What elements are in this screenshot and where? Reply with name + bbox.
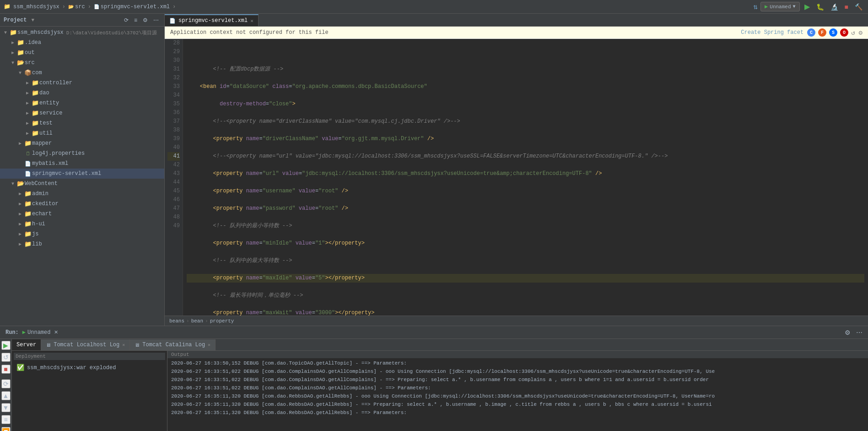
collapse-button[interactable]: ≡ bbox=[132, 16, 139, 24]
deploy-name: ssm_mhscdsjysx:war exploded bbox=[27, 365, 116, 371]
admin-folder-icon: 📁 bbox=[24, 190, 32, 197]
run-down-button[interactable]: ▼ bbox=[1, 403, 11, 412]
chrome-icon[interactable]: C bbox=[807, 28, 815, 37]
idea-label: .idea bbox=[25, 39, 41, 46]
root-folder-icon: 📁 bbox=[9, 29, 17, 36]
code-line-42: <!-- 最长等待时间，单位毫秒 --> bbox=[187, 291, 864, 300]
close-run-tab-button[interactable]: ✕ bbox=[52, 328, 60, 336]
run-button[interactable]: ▶ bbox=[803, 1, 812, 12]
bc-beans: beans bbox=[169, 318, 184, 324]
tree-item-idea[interactable]: 📁 .idea bbox=[0, 38, 164, 48]
create-spring-facet-link[interactable]: Create Spring facet bbox=[741, 29, 803, 36]
echart-arrow bbox=[16, 211, 24, 217]
tree-item-out[interactable]: 📁 out bbox=[0, 48, 164, 58]
sync-button[interactable]: ⟳ bbox=[122, 16, 130, 24]
editor-tabs: 📄 springmvc-servlet.xml ✕ bbox=[165, 14, 868, 27]
firefox-icon[interactable]: F bbox=[818, 28, 826, 37]
gear-button[interactable]: ⚙ bbox=[141, 16, 150, 24]
webcontent-folder-icon: 📂 bbox=[16, 180, 25, 187]
stop-button[interactable]: ■ bbox=[843, 2, 850, 11]
tree-item-h-ui[interactable]: 📁 h-ui bbox=[0, 219, 164, 229]
run-settings-button[interactable]: ⚙ bbox=[843, 328, 852, 337]
test-arrow bbox=[24, 120, 31, 126]
editor-tab-springmvc[interactable]: 📄 springmvc-servlet.xml ✕ bbox=[165, 14, 259, 26]
code-line-33: <property name="driverClassName" value="… bbox=[187, 135, 864, 143]
catalina-log-close-icon[interactable]: ✕ bbox=[208, 342, 210, 348]
src-arrow bbox=[9, 60, 16, 65]
idea-folder-icon: 📁 bbox=[16, 39, 25, 46]
run-update-button[interactable]: ⟳ bbox=[1, 379, 11, 388]
controller-folder-icon: 📁 bbox=[31, 79, 39, 87]
run-filter-button[interactable]: 🔽 bbox=[1, 427, 11, 431]
tree-item-dao[interactable]: 📁 dao bbox=[0, 88, 164, 98]
run-sub-tabs: Server 🖥 Tomcat Localhost Log ✕ 🖥 Tomcat… bbox=[12, 339, 868, 351]
run-sub-tab-catalina-log[interactable]: 🖥 Tomcat Catalina Log ✕ bbox=[130, 339, 216, 350]
src-label: src bbox=[25, 60, 35, 66]
tree-item-controller[interactable]: 📁 controller bbox=[0, 78, 164, 88]
run-restart-button[interactable]: ▶ bbox=[1, 341, 11, 350]
run-more-button[interactable]: ⋯ bbox=[854, 328, 864, 337]
tree-item-springmvc[interactable]: 📄 springmvc-servlet.xml bbox=[0, 169, 164, 179]
service-label: service bbox=[39, 110, 62, 116]
out-label: out bbox=[25, 49, 35, 56]
code-lines[interactable]: <!-- 配置dbcp数据源 --> <bean id="dataSource"… bbox=[183, 39, 868, 316]
idea-arrow bbox=[9, 40, 16, 45]
settings-gear-icon[interactable]: ⚙ bbox=[859, 29, 863, 37]
mapper-arrow bbox=[16, 141, 24, 146]
tree-item-webcontent[interactable]: 📂 WebContent bbox=[0, 179, 164, 189]
tree-item-echart[interactable]: 📁 echart bbox=[0, 209, 164, 219]
opera-icon[interactable]: O bbox=[840, 28, 848, 37]
tree-item-test[interactable]: 📁 test bbox=[0, 118, 164, 128]
tree-item-service[interactable]: 📁 service bbox=[0, 108, 164, 118]
tree-item-mapper[interactable]: 📁 mapper bbox=[0, 138, 164, 148]
warning-bar: Application context not configured for t… bbox=[165, 27, 868, 39]
tree-item-log4j[interactable]: 🗒 log4j.properties bbox=[0, 148, 164, 158]
localhost-log-close-icon[interactable]: ✕ bbox=[122, 342, 125, 348]
breadcrumb-sep1: › bbox=[62, 4, 65, 10]
coverage-button[interactable]: 🔬 bbox=[829, 2, 840, 11]
test-folder-icon: 📁 bbox=[31, 120, 39, 127]
tree-item-ckeditor[interactable]: 📁 ckeditor bbox=[0, 199, 164, 209]
breadcrumb-file: 📄springmvc-servlet.xml bbox=[94, 4, 170, 10]
ckeditor-arrow bbox=[16, 201, 24, 207]
debug-button[interactable]: 🐛 bbox=[814, 2, 826, 11]
safari-icon[interactable]: S bbox=[829, 28, 837, 37]
run-stop-button[interactable]: ■ bbox=[1, 365, 11, 374]
deployment-panel: Deployment ✅ ssm_mhscdsjysx:war exploded bbox=[12, 351, 167, 431]
tree-item-mybatis[interactable]: 📄 mybatis.xml bbox=[0, 158, 164, 169]
config-dropdown[interactable]: ▶ Unnamed ▼ bbox=[760, 2, 799, 11]
build-button[interactable]: 🔨 bbox=[853, 2, 864, 11]
bottom-breadcrumb: beans › bean › property bbox=[165, 316, 868, 326]
root-arrow bbox=[2, 30, 9, 35]
reload-browsers-icon[interactable]: ↺ bbox=[851, 29, 855, 37]
h-ui-arrow bbox=[16, 221, 24, 227]
editor-tab-label: springmvc-servlet.xml bbox=[178, 17, 248, 24]
run-sub-tab-localhost-log[interactable]: 🖥 Tomcat Localhost Log ✕ bbox=[41, 339, 130, 350]
dao-label: dao bbox=[39, 90, 49, 96]
project-panel-header: Project ▼ ⟳ ≡ ⚙ ⋯ bbox=[0, 14, 164, 27]
catalina-log-icon: 🖥 bbox=[135, 342, 140, 348]
entity-folder-icon: 📁 bbox=[31, 99, 39, 107]
tree-item-js[interactable]: 📁 js bbox=[0, 229, 164, 239]
code-editor[interactable]: 28 29 30 31 32 33 34 35 36 37 38 39 40 4… bbox=[165, 39, 868, 316]
springmvc-label: springmvc-servlet.xml bbox=[32, 170, 101, 177]
breadcrumb-project[interactable]: ssm_mhscdsjysx bbox=[13, 4, 59, 10]
tree-item-entity[interactable]: 📁 entity bbox=[0, 98, 164, 108]
run-up-button[interactable]: ▲ bbox=[1, 391, 11, 400]
tree-item-util[interactable]: 📁 util bbox=[0, 128, 164, 138]
tab-close-icon[interactable]: ✕ bbox=[250, 18, 253, 24]
more-button[interactable]: ⋯ bbox=[151, 16, 161, 24]
localhost-log-icon: 🖥 bbox=[46, 342, 51, 348]
localhost-log-label: Tomcat Localhost Log bbox=[54, 342, 119, 348]
run-rerun-button[interactable]: ↺ bbox=[1, 353, 11, 362]
log-line-5: 2020-06-27 16:35:11,320 DEBUG [com.dao.R… bbox=[167, 400, 868, 409]
code-line-32: <!--<property name="driverClassName" val… bbox=[187, 117, 864, 126]
tree-item-admin[interactable]: 📁 admin bbox=[0, 189, 164, 199]
tree-item-src[interactable]: 📂 src bbox=[0, 58, 164, 68]
tree-item-lib[interactable]: 📁 lib bbox=[0, 239, 164, 249]
run-sub-tab-server[interactable]: Server bbox=[12, 339, 41, 350]
run-scroll-button[interactable]: ≡ bbox=[1, 415, 11, 424]
tree-item-com[interactable]: 📦 com bbox=[0, 68, 164, 78]
tree-root[interactable]: 📁 ssm_mhscdsjysx D:\data\VideoStudio\370… bbox=[0, 27, 164, 38]
springmvc-xml-icon: 📄 bbox=[24, 170, 32, 177]
